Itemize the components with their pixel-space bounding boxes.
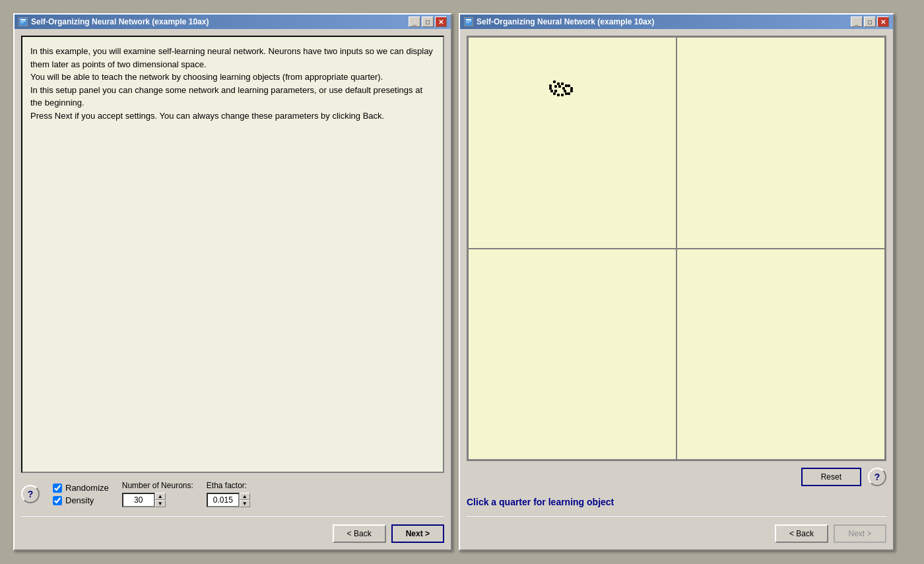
svg-rect-3: [20, 22, 24, 23]
randomize-row: Randomize: [53, 483, 109, 493]
quadrant-bottom-right[interactable]: [676, 249, 885, 460]
right-help-button[interactable]: ?: [868, 468, 886, 486]
eta-param: Etha factor: 0.015 ▲ ▼: [207, 481, 250, 507]
neurons-spinner-btns: ▲ ▼: [155, 493, 166, 507]
svg-rect-1: [20, 19, 26, 20]
right-separator: [467, 515, 886, 517]
controls-row: ? Randomize Density Number of Neurons: 3…: [21, 481, 444, 507]
eta-up-btn[interactable]: ▲: [240, 493, 250, 500]
neurons-label: Number of Neurons:: [122, 481, 193, 490]
neurons-down-btn[interactable]: ▼: [155, 500, 166, 507]
left-minimize-btn[interactable]: _: [409, 16, 420, 27]
right-window-title: Self-Organizing Neural Network (example …: [477, 17, 847, 26]
eta-down-btn[interactable]: ▼: [240, 500, 250, 507]
instruction-text: Click a quarter for learning object: [467, 497, 886, 507]
quadrant-top-left[interactable]: [468, 37, 676, 249]
reset-button[interactable]: Reset: [801, 468, 861, 486]
right-titlebar: Self-Organizing Neural Network (example …: [460, 15, 893, 29]
left-window: Self-Organizing Neural Network (example …: [13, 13, 452, 551]
left-titlebar: Self-Organizing Neural Network (example …: [15, 15, 451, 29]
left-next-button[interactable]: Next >: [391, 524, 444, 543]
quadrant-grid: [467, 36, 886, 461]
right-window-body: Reset ? Click a quarter for learning obj…: [460, 29, 893, 549]
svg-rect-7: [466, 22, 469, 23]
right-close-btn[interactable]: ✕: [877, 16, 889, 27]
param-group: Number of Neurons: 30 ▲ ▼ Etha factor: 0…: [122, 481, 250, 507]
left-window-title: Self-Organizing Neural Network (example …: [31, 17, 405, 26]
right-titlebar-buttons: _ □ ✕: [851, 16, 889, 27]
svg-rect-5: [466, 19, 471, 20]
eta-spinner-btns: ▲ ▼: [240, 493, 250, 507]
left-nav-buttons: < Back Next >: [21, 524, 444, 543]
right-window-icon: [464, 17, 473, 26]
neurons-spinner: 30 ▲ ▼: [122, 493, 193, 507]
left-window-body: In this example, you will examine self-l…: [15, 29, 451, 549]
right-nav-buttons: < Back Next >: [467, 524, 886, 543]
randomize-checkbox[interactable]: [53, 484, 62, 493]
left-maximize-btn[interactable]: □: [422, 16, 434, 27]
left-close-btn[interactable]: ✕: [435, 16, 447, 27]
eta-input[interactable]: 0.015: [207, 493, 240, 507]
density-checkbox[interactable]: [53, 496, 62, 505]
left-back-button[interactable]: < Back: [333, 524, 386, 543]
help-button[interactable]: ?: [21, 485, 40, 503]
eta-spinner: 0.015 ▲ ▼: [207, 493, 250, 507]
density-row: Density: [53, 495, 109, 505]
neurons-param: Number of Neurons: 30 ▲ ▼: [122, 481, 193, 507]
right-minimize-btn[interactable]: _: [851, 16, 863, 27]
description-box: In this example, you will examine self-l…: [21, 36, 444, 473]
svg-rect-2: [20, 21, 26, 22]
eta-label: Etha factor:: [207, 481, 250, 490]
right-window: Self-Organizing Neural Network (example …: [459, 13, 894, 551]
neurons-input[interactable]: 30: [122, 493, 155, 507]
density-label: Density: [65, 495, 94, 505]
right-maximize-btn[interactable]: □: [864, 16, 876, 27]
left-window-icon: [18, 17, 28, 26]
quadrant-top-right[interactable]: [676, 37, 885, 249]
neurons-up-btn[interactable]: ▲: [155, 493, 166, 500]
checkboxes-group: Randomize Density: [53, 483, 109, 505]
left-separator: [21, 515, 444, 517]
description-text: In this example, you will examine self-l…: [30, 45, 435, 122]
randomize-label: Randomize: [65, 483, 109, 493]
left-titlebar-buttons: _ □ ✕: [409, 16, 447, 27]
svg-rect-6: [466, 21, 471, 22]
right-back-button[interactable]: < Back: [775, 524, 828, 543]
right-next-button[interactable]: Next >: [834, 524, 886, 543]
quadrant-bottom-left[interactable]: [468, 249, 676, 460]
reset-row: Reset ?: [467, 468, 886, 486]
